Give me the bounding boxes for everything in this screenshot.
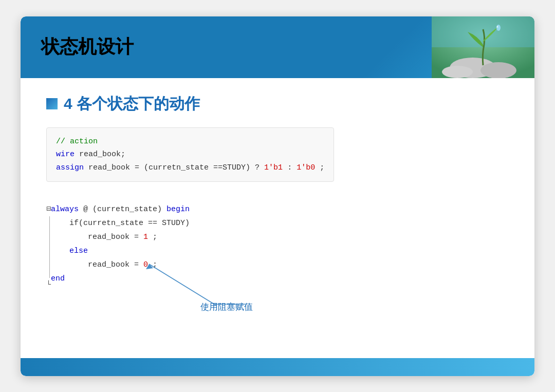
annotation-container: 使用阻塞赋值 [134, 254, 288, 321]
slide-content: 4 各个状态下的动作 // action wire read_book; ass… [21, 78, 534, 358]
slide-footer [21, 358, 534, 376]
heading-icon [46, 98, 58, 109]
bracket-indicator: ⊟ └ [46, 202, 51, 292]
code-line-assign: assign read_book = (curretn_state ==STUD… [56, 161, 324, 175]
section-title: 4 各个状态下的动作 [64, 94, 200, 115]
code-line-wire: wire read_book; [56, 148, 324, 161]
code-line-comment: // action [56, 135, 324, 148]
header-image [432, 16, 534, 78]
always-line2: if(curretn_state == STUDY) [51, 216, 190, 230]
svg-point-5 [496, 25, 501, 31]
bracket-top: ⊟ [46, 202, 51, 216]
always-line3: read_book = 1 ; [51, 230, 190, 244]
bracket-bottom: └ [46, 278, 51, 292]
slide: 状态机设计 [21, 16, 534, 376]
svg-marker-8 [146, 264, 153, 269]
svg-point-6 [497, 26, 498, 28]
always-block-container: ⊟ └ always @ (curretn_state) begin if(c [46, 202, 509, 292]
code-block-1: // action wire read_book; assign read_bo… [46, 127, 334, 182]
slide-header: 状态机设计 [21, 16, 534, 78]
bracket-middle [46, 216, 51, 278]
slide-title: 状态机设计 [41, 34, 134, 60]
annotation-text: 使用阻塞赋值 [200, 301, 253, 313]
bracket-vertical-line [49, 216, 50, 278]
svg-line-7 [149, 264, 216, 305]
section-heading: 4 各个状态下的动作 [46, 94, 509, 115]
svg-point-4 [442, 66, 473, 78]
svg-point-3 [480, 62, 516, 78]
plant-icon [432, 16, 534, 78]
always-line1: always @ (curretn_state) begin [51, 202, 190, 216]
